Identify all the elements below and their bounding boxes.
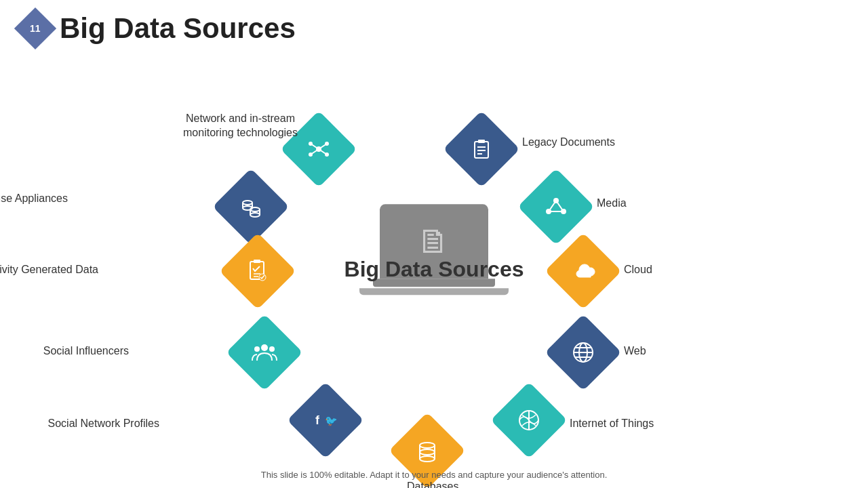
svg-point-48 <box>420 449 435 455</box>
svg-rect-29 <box>254 260 260 263</box>
label-cloud: Cloud <box>624 263 652 277</box>
svg-point-51 <box>420 456 435 462</box>
slide-badge: 11 <box>14 7 56 49</box>
svg-line-25 <box>549 201 556 211</box>
label-social: Social Influencers <box>43 344 129 359</box>
label-databases: Databases <box>407 480 459 488</box>
diamond-warehouse <box>224 180 278 234</box>
diamond-web <box>556 325 610 380</box>
label-activity: Activity Generated Data <box>0 263 98 277</box>
svg-point-33 <box>261 344 268 351</box>
slide-number: 11 <box>30 23 41 34</box>
label-legacy: Legacy Documents <box>522 136 615 150</box>
laptop-foot <box>359 288 509 295</box>
center-label: Big Data Sources <box>344 257 524 282</box>
footer: This slide is 100% editable. Adapt it to… <box>0 470 868 480</box>
diamond-activity <box>231 244 285 298</box>
header: 11 Big Data Sources <box>0 0 868 45</box>
svg-line-26 <box>556 201 564 211</box>
svg-line-5 <box>311 144 319 149</box>
diamond-social-network: f 🐦 <box>298 393 353 447</box>
label-social-network: Social Network Profiles <box>48 417 160 431</box>
svg-text:🐦: 🐦 <box>325 415 338 427</box>
diamond-cloud <box>556 244 610 298</box>
diamond-iot <box>502 393 556 447</box>
svg-point-34 <box>254 346 260 352</box>
diamond-network <box>292 122 346 176</box>
label-iot: Internet of Things <box>570 417 654 431</box>
label-web: Web <box>624 344 646 359</box>
svg-point-14 <box>243 201 252 205</box>
page-title: Big Data Sources <box>60 12 296 45</box>
diamond-legacy <box>454 122 509 176</box>
svg-rect-10 <box>478 140 485 143</box>
document-icon: 🗎 <box>417 222 451 261</box>
svg-line-8 <box>319 149 327 155</box>
footer-text: This slide is 100% editable. Adapt it to… <box>261 470 608 480</box>
label-network: Network and in-streammonitoring technolo… <box>183 112 298 140</box>
svg-point-35 <box>269 346 275 352</box>
diagram: 🗎 Big Data Sources Network and in-stream… <box>0 54 868 454</box>
svg-point-21 <box>250 213 260 217</box>
svg-line-6 <box>319 144 327 149</box>
label-media: Media <box>597 197 627 211</box>
label-warehouse: Data Warehouse Appliances <box>0 192 68 206</box>
svg-text:f: f <box>315 413 320 427</box>
diamond-social <box>237 325 292 380</box>
svg-point-45 <box>420 443 435 448</box>
diamond-media <box>529 180 583 234</box>
svg-line-7 <box>311 149 319 155</box>
